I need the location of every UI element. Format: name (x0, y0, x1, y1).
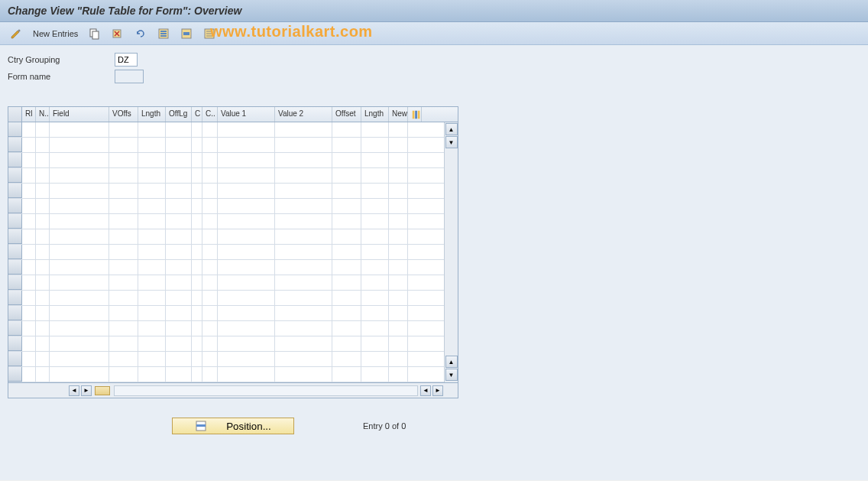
grid-cell[interactable] (36, 153, 50, 167)
copy-as-button[interactable] (85, 25, 105, 42)
grid-cell[interactable] (22, 184, 36, 198)
grid-cell[interactable] (332, 229, 361, 244)
scroll-down-button[interactable]: ▼ (445, 136, 458, 148)
table-row[interactable] (8, 214, 458, 229)
grid-cell[interactable] (332, 138, 361, 152)
grid-cell[interactable] (36, 260, 50, 275)
table-row[interactable] (8, 336, 458, 352)
grid-cell[interactable] (36, 168, 50, 183)
grid-cell[interactable] (138, 336, 166, 351)
grid-cell[interactable] (138, 184, 166, 198)
grid-cell[interactable] (138, 245, 166, 259)
grid-cell[interactable] (166, 336, 192, 351)
grid-cell[interactable] (192, 352, 202, 366)
grid-cell[interactable] (202, 153, 218, 167)
grid-cell[interactable] (202, 275, 218, 290)
row-selector-header[interactable] (8, 107, 22, 122)
col-header-c2[interactable]: C.. (202, 107, 218, 122)
grid-cell[interactable] (166, 321, 192, 336)
row-selector[interactable] (8, 336, 22, 351)
grid-cell[interactable] (389, 214, 408, 229)
grid-cell[interactable] (361, 291, 389, 305)
grid-cell[interactable] (361, 184, 389, 198)
grid-cell[interactable] (275, 260, 332, 275)
grid-cell[interactable] (361, 168, 389, 183)
delete-button[interactable] (108, 25, 128, 42)
scroll-up-button[interactable]: ▲ (445, 123, 458, 135)
grid-cell[interactable] (389, 168, 408, 183)
grid-cell[interactable] (22, 367, 36, 382)
grid-cell[interactable] (36, 245, 50, 259)
grid-cell[interactable] (109, 275, 138, 290)
grid-cell[interactable] (109, 352, 138, 366)
grid-cell[interactable] (275, 214, 332, 229)
grid-cell[interactable] (138, 306, 166, 320)
grid-cell[interactable] (192, 275, 202, 290)
grid-cell[interactable] (218, 214, 275, 229)
grid-cell[interactable] (22, 352, 36, 366)
row-selector[interactable] (8, 168, 22, 183)
grid-cell[interactable] (275, 275, 332, 290)
grid-cell[interactable] (22, 291, 36, 305)
grid-cell[interactable] (218, 367, 275, 382)
hscroll-right-button-2[interactable]: ► (432, 385, 443, 396)
grid-cell[interactable] (332, 245, 361, 259)
grid-cell[interactable] (192, 168, 202, 183)
grid-cell[interactable] (36, 138, 50, 152)
grid-cell[interactable] (389, 199, 408, 213)
grid-cell[interactable] (109, 367, 138, 382)
grid-cell[interactable] (50, 153, 109, 167)
grid-cell[interactable] (22, 321, 36, 336)
row-selector[interactable] (8, 245, 22, 259)
grid-cell[interactable] (36, 367, 50, 382)
grid-cell[interactable] (361, 367, 389, 382)
grid-cell[interactable] (22, 260, 36, 275)
grid-cell[interactable] (275, 291, 332, 305)
grid-cell[interactable] (332, 184, 361, 198)
grid-cell[interactable] (109, 168, 138, 183)
grid-cell[interactable] (109, 306, 138, 320)
col-header-offset[interactable]: Offset (332, 107, 361, 122)
col-header-lngth1[interactable]: Lngth (138, 107, 166, 122)
col-header-rl[interactable]: Rl (22, 107, 36, 122)
table-row[interactable] (8, 184, 458, 199)
select-all-button[interactable] (154, 25, 173, 42)
grid-cell[interactable] (192, 138, 202, 152)
col-header-field[interactable]: Field (50, 107, 109, 122)
grid-cell[interactable] (332, 168, 361, 183)
row-selector[interactable] (8, 306, 22, 320)
grid-cell[interactable] (202, 229, 218, 244)
grid-cell[interactable] (166, 352, 192, 366)
grid-cell[interactable] (218, 199, 275, 213)
grid-cell[interactable] (361, 153, 389, 167)
grid-cell[interactable] (138, 199, 166, 213)
grid-cell[interactable] (202, 306, 218, 320)
scroll-down-button-2[interactable]: ▼ (445, 369, 458, 381)
grid-cell[interactable] (332, 214, 361, 229)
grid-cell[interactable] (36, 122, 50, 137)
hscroll-track[interactable] (114, 385, 418, 396)
grid-cell[interactable] (332, 122, 361, 137)
grid-cell[interactable] (389, 367, 408, 382)
grid-cell[interactable] (275, 122, 332, 137)
grid-cell[interactable] (332, 367, 361, 382)
grid-cell[interactable] (361, 321, 389, 336)
grid-cell[interactable] (389, 138, 408, 152)
grid-cell[interactable] (50, 275, 109, 290)
grid-cell[interactable] (361, 275, 389, 290)
grid-cell[interactable] (192, 291, 202, 305)
grid-cell[interactable] (361, 306, 389, 320)
grid-cell[interactable] (332, 153, 361, 167)
row-selector[interactable] (8, 122, 22, 137)
grid-cell[interactable] (109, 138, 138, 152)
col-header-offlg[interactable]: OffLg (166, 107, 192, 122)
row-selector[interactable] (8, 214, 22, 229)
grid-cell[interactable] (166, 306, 192, 320)
table-row[interactable] (8, 275, 458, 291)
configure-columns-button[interactable] (408, 107, 422, 122)
grid-cell[interactable] (50, 336, 109, 351)
grid-cell[interactable] (36, 352, 50, 366)
grid-cell[interactable] (361, 352, 389, 366)
grid-cell[interactable] (166, 245, 192, 259)
table-row[interactable] (8, 321, 458, 336)
